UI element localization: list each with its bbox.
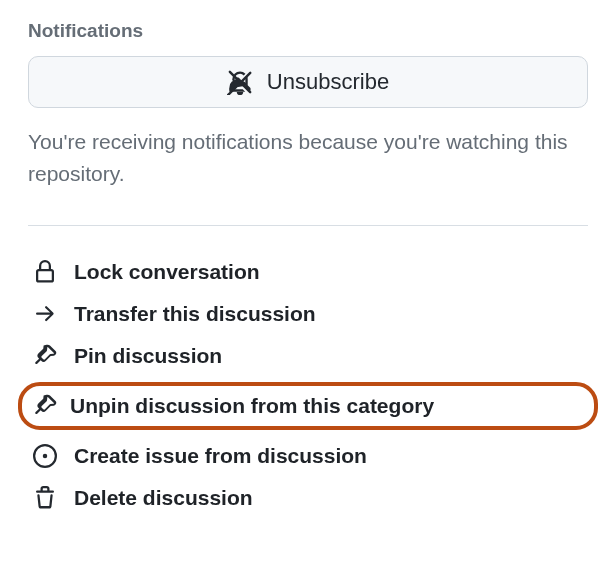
unpin-discussion-from-category-action[interactable]: Unpin discussion from this category: [18, 382, 598, 430]
action-label: Create issue from discussion: [74, 444, 367, 468]
discussion-actions: Lock conversation Transfer this discussi…: [28, 254, 588, 516]
bell-slash-icon: [227, 69, 253, 95]
trash-icon: [32, 486, 58, 510]
pin-discussion-action[interactable]: Pin discussion: [28, 338, 588, 374]
action-label: Unpin discussion from this category: [70, 394, 434, 418]
action-label: Lock conversation: [74, 260, 260, 284]
unsubscribe-button-label: Unsubscribe: [267, 69, 389, 95]
pin-icon: [32, 394, 58, 418]
transfer-discussion-action[interactable]: Transfer this discussion: [28, 296, 588, 332]
issue-icon: [32, 444, 58, 468]
create-issue-from-discussion-action[interactable]: Create issue from discussion: [28, 438, 588, 474]
arrow-right-icon: [32, 302, 58, 326]
unsubscribe-button[interactable]: Unsubscribe: [28, 56, 588, 108]
action-label: Delete discussion: [74, 486, 253, 510]
action-label: Pin discussion: [74, 344, 222, 368]
delete-discussion-action[interactable]: Delete discussion: [28, 480, 588, 516]
lock-icon: [32, 260, 58, 284]
action-label: Transfer this discussion: [74, 302, 316, 326]
section-divider: [28, 225, 588, 226]
notifications-heading: Notifications: [28, 20, 588, 42]
notifications-helper-text: You're receiving notifications because y…: [28, 126, 588, 189]
pin-icon: [32, 344, 58, 368]
lock-conversation-action[interactable]: Lock conversation: [28, 254, 588, 290]
